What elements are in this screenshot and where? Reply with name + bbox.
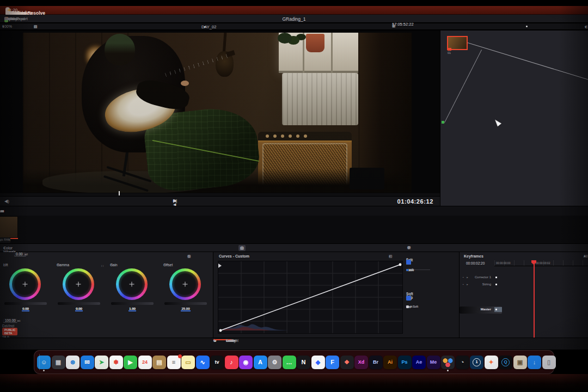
keyframe-dot[interactable]	[495, 277, 497, 278]
dock-adobe-xd[interactable]: Xd	[354, 356, 368, 369]
more-icon[interactable]: ⋯	[407, 246, 411, 250]
dock-contacts[interactable]: ▤	[152, 356, 166, 369]
color-wheel-lift[interactable]	[9, 268, 41, 300]
keyframe-track-master[interactable]: Master	[460, 307, 502, 314]
dock-messages-icon: …	[286, 359, 292, 365]
dock-adobe-after-effects[interactable]: Ae	[412, 356, 426, 369]
dock-adobe-photoshop-icon: Ps	[401, 360, 407, 365]
dock-mail-icon: ✉	[84, 359, 89, 365]
dock-one-password[interactable]: 1	[470, 356, 483, 369]
loop-button[interactable]: ↻	[173, 199, 176, 203]
dock-figma-icon: ❖	[344, 359, 350, 365]
audio-mute-icon[interactable]: ◀)	[4, 199, 9, 204]
dock-app-store[interactable]: A	[254, 356, 267, 369]
slider-handle[interactable]	[406, 305, 409, 308]
wheel-reset-icon[interactable]: ⟲	[163, 263, 166, 267]
curve-more-icon[interactable]: ⋯	[389, 254, 393, 259]
color-wheel-offset[interactable]	[169, 268, 201, 300]
wheel-value[interactable]: 0.00	[75, 307, 83, 311]
running-indicator	[447, 370, 449, 371]
dock-unarchiver[interactable]: ▣	[513, 356, 527, 369]
wheel-value[interactable]: 1.00	[128, 307, 136, 311]
video-tone-overlay	[23, 33, 412, 193]
soft-clip-reset-icon[interactable]: ⟲	[409, 293, 412, 298]
dock-adobe-photoshop[interactable]: Ps	[398, 356, 412, 369]
channel-reset-icon[interactable]: ⟲	[411, 268, 413, 272]
dock-apple-tv[interactable]: tv	[210, 356, 224, 369]
keyframes-ruler[interactable]: 00:00:00:00 00:00:03:02	[494, 260, 588, 266]
dock-mail[interactable]: ✉	[81, 356, 94, 369]
dock-calendar[interactable]: 24	[138, 356, 152, 369]
keyframe-track-sizing[interactable]: ▪ ▸Sizing	[460, 281, 588, 289]
wheel-value[interactable]: 25.00	[181, 307, 190, 311]
dock-messages[interactable]: …	[283, 356, 296, 369]
keyframe-dot[interactable]	[495, 284, 497, 285]
keyframe-track-corrector-1[interactable]: ▪ ▸Corrector 1	[460, 274, 588, 281]
wheel-value[interactable]: 0.00	[22, 307, 29, 311]
wheel-reset-icon[interactable]: ⟲	[110, 263, 113, 267]
dock-music-icon: ♪	[230, 359, 233, 365]
dock-facetime[interactable]: ▶	[124, 356, 137, 369]
wheel-reset-icon[interactable]: ⟲	[3, 263, 6, 267]
master-wheel-gain[interactable]	[111, 302, 154, 305]
scrub-playhead[interactable]	[119, 191, 120, 195]
master-wheel-lift[interactable]	[4, 302, 47, 305]
viewer-settings-icon[interactable]: ⚙	[392, 24, 395, 28]
video-viewer[interactable]	[0, 30, 440, 196]
dock-podcasts[interactable]: ◉	[239, 356, 253, 369]
dock-music[interactable]: ♪	[225, 356, 238, 369]
dock-adobe-bridge[interactable]: Br	[369, 356, 383, 369]
dock-photos[interactable]: ✽	[109, 356, 123, 369]
dock-safari[interactable]: ⊛	[66, 356, 79, 369]
dock-wave-app[interactable]: ∿	[196, 356, 210, 369]
dock-trash[interactable]: ▯	[542, 356, 556, 369]
color-wheel-gamma[interactable]	[63, 268, 94, 300]
dock-figma[interactable]: ❖	[340, 356, 354, 369]
clip-thumbnail-strip: Blackmagic RAWBlackmagic RAWBlackmagic R…	[0, 216, 588, 243]
edit-reset-icon[interactable]: ⟲	[409, 258, 412, 262]
keyframes-playhead[interactable]	[534, 260, 535, 338]
mouse-cursor	[493, 118, 501, 127]
color-wheel-gain[interactable]	[116, 268, 148, 300]
dock-adobe-illustrator[interactable]: Ai	[383, 356, 397, 369]
channel-row-B: 100⟲	[406, 266, 456, 273]
dock-fox-app[interactable]: ✦	[485, 356, 498, 369]
dock-notes[interactable]: ▭	[181, 356, 195, 369]
channel-slider[interactable]	[414, 270, 430, 270]
wheel-crosshair	[76, 282, 81, 287]
dock-reminders[interactable]: ≡	[167, 356, 181, 369]
dock-craft[interactable]: ◆	[311, 356, 325, 369]
dock-notion[interactable]: N	[297, 356, 310, 369]
master-wheel-gamma[interactable]	[58, 302, 100, 305]
wheel-crosshair	[183, 282, 188, 287]
dock-downloads-folder[interactable]: ↓	[528, 356, 541, 369]
record-timecode: 01:04:26:12	[397, 198, 433, 205]
node-graph-panel[interactable]: 01	[440, 30, 588, 206]
dock-gauge-app[interactable]: ◔	[456, 356, 469, 369]
dock-adobe-media-encoder[interactable]: Me	[427, 356, 440, 369]
blur-icon[interactable]: ◌	[238, 245, 246, 251]
dock-quicktime[interactable]: Q	[499, 356, 512, 369]
dock-davinci-resolve[interactable]	[441, 356, 455, 369]
dock-safari-icon: ⊛	[70, 359, 75, 365]
dock-maps[interactable]: ➤	[95, 356, 108, 369]
wheel-mode-toggle-icon[interactable]: ∷	[101, 264, 103, 268]
wipe-view-icon[interactable]: ◨	[34, 24, 38, 29]
keyframe-dot[interactable]	[495, 309, 497, 310]
dock-launchpad[interactable]: ▦	[52, 356, 65, 369]
dock-photos-icon: ✽	[113, 359, 118, 365]
custom-curve-graph[interactable]	[218, 261, 403, 334]
dock-adobe-after-effects-icon: Ae	[416, 360, 422, 365]
ruler-tick-label: 00:00:00:00	[496, 261, 510, 265]
node-source-connector[interactable]	[442, 121, 444, 124]
curves-panel: Curves - Custom ▧◐⋯	[213, 252, 460, 338]
dock-framer[interactable]: F	[326, 356, 339, 369]
wheel-reset-icon[interactable]: ⟲	[57, 263, 59, 267]
track-label: Sizing	[460, 283, 491, 286]
timeline-selector[interactable]: DAY_02 ▾	[201, 24, 204, 29]
clip-timecode: 17:57:09:14	[0, 210, 4, 213]
reset-all-icon[interactable]: ⟲	[187, 254, 191, 259]
timeline-clip-24[interactable]: Blackmagic RAW	[0, 216, 18, 238]
dock-system-settings[interactable]: ⚙	[268, 356, 281, 369]
master-wheel-offset[interactable]	[164, 302, 207, 305]
